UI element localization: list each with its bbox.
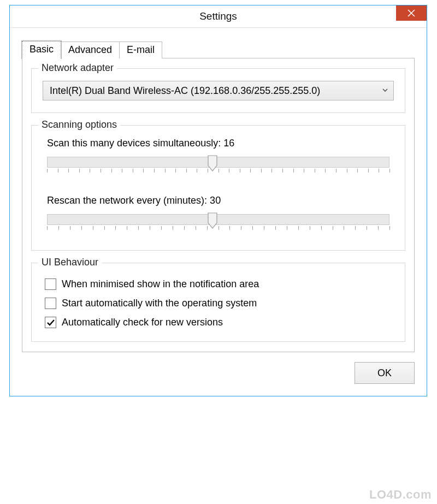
checkbox-box: [45, 317, 56, 328]
checkbox-box: [45, 278, 56, 290]
titlebar[interactable]: Settings: [10, 5, 427, 28]
checkbox-auto-update-check[interactable]: Automatically check for new versions: [45, 317, 394, 328]
group-network-adapter: Network adapter Intel(R) Dual Band Wirel…: [31, 68, 405, 113]
ok-button[interactable]: OK: [355, 362, 415, 384]
window-title: Settings: [199, 10, 237, 22]
group-scanning-options: Scanning options Scan this many devices …: [31, 125, 405, 251]
settings-window: Settings Basic Advanced E-mail: [9, 5, 427, 396]
slider-rescan-interval: Rescan the network every (minutes): 30: [43, 195, 394, 236]
checkbox-label: Automatically check for new versions: [62, 317, 223, 328]
dialog-buttons: OK: [22, 362, 415, 384]
group-ui-behaviour: UI Behaviour When minimised show in the …: [31, 263, 405, 342]
check-icon: [46, 318, 55, 327]
tab-basic[interactable]: Basic: [22, 41, 61, 58]
network-adapter-dropdown[interactable]: Intel(R) Dual Band Wireless-AC (192.168.…: [43, 81, 394, 100]
slider-label: Rescan the network every (minutes): 30: [47, 195, 394, 206]
group-legend: Scanning options: [38, 119, 120, 131]
tab-advanced[interactable]: Advanced: [61, 41, 120, 58]
tab-body-basic: Network adapter Intel(R) Dual Band Wirel…: [22, 58, 415, 352]
slider-simultaneous-devices: Scan this many devices simultaneously: 1…: [43, 138, 394, 179]
close-icon: [408, 9, 415, 17]
slider-ticks: [47, 169, 389, 174]
tab-label: Advanced: [68, 44, 112, 55]
tab-label: E-mail: [127, 44, 155, 55]
checkbox-label: When minimised show in the notification …: [62, 278, 259, 290]
tab-strip: Basic Advanced E-mail: [22, 41, 415, 58]
slider-thumb[interactable]: [207, 212, 218, 229]
chevron-down-icon: [381, 85, 389, 97]
watermark-text: LO4D.com: [369, 488, 432, 502]
checkbox-minimise-to-tray[interactable]: When minimised show in the notification …: [45, 278, 394, 290]
group-legend: Network adapter: [38, 62, 117, 74]
tab-email[interactable]: E-mail: [119, 41, 162, 58]
slider-thumb[interactable]: [207, 155, 218, 172]
checkbox-start-with-os[interactable]: Start automatically with the operating s…: [45, 298, 394, 309]
slider-label: Scan this many devices simultaneously: 1…: [47, 138, 394, 149]
slider-track: [47, 214, 389, 225]
group-legend: UI Behaviour: [38, 257, 102, 268]
tab-label: Basic: [29, 44, 54, 55]
slider-ticks: [47, 226, 389, 232]
rescan-interval-slider[interactable]: [47, 211, 389, 236]
button-label: OK: [377, 367, 392, 379]
checkbox-box: [45, 298, 56, 309]
client-area: Basic Advanced E-mail Network adapter In…: [10, 28, 427, 396]
slider-track: [47, 157, 389, 168]
dropdown-selected-value: Intel(R) Dual Band Wireless-AC (192.168.…: [50, 85, 320, 97]
simultaneous-devices-slider[interactable]: [47, 153, 389, 179]
checkbox-label: Start automatically with the operating s…: [62, 298, 257, 309]
close-button[interactable]: [396, 5, 427, 21]
